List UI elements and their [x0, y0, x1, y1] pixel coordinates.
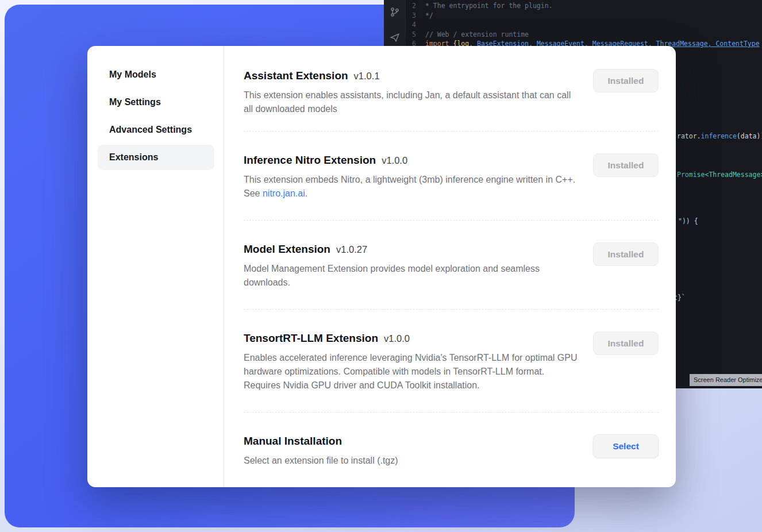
extension-description: Enables accelerated inference leveraging…	[244, 351, 579, 392]
extension-info: TensortRT-LLM Extensionv1.0.0 Enables ac…	[244, 331, 579, 392]
extension-title: Inference Nitro Extensionv1.0.0	[244, 153, 579, 167]
extension-row-model: Model Extensionv1.0.27 Model Management …	[244, 221, 659, 310]
extension-version: v1.0.27	[336, 244, 367, 255]
code-line: 4	[406, 20, 762, 30]
line-number: 2	[406, 1, 425, 11]
screen-reader-optimized-status[interactable]: Screen Reader Optimize	[690, 374, 762, 386]
extension-row-tensorrt-llm: TensortRT-LLM Extensionv1.0.0 Enables ac…	[244, 310, 659, 413]
editor-code-area: 2* The entrypoint for the plugin. 3*/ 4 …	[406, 1, 762, 49]
sidebar-item-advanced-settings[interactable]: Advanced Settings	[98, 117, 214, 142]
extension-description: Select an extension file to install (.tg…	[244, 454, 398, 468]
extension-description: Model Management Extension provides mode…	[244, 262, 579, 290]
line-number: 4	[406, 20, 425, 30]
code-line: 5// Web / extension runtime	[406, 30, 762, 40]
extension-description: This extension embeds Nitro, a lightweig…	[244, 173, 579, 201]
extension-name: Assistant Extension	[244, 70, 348, 82]
installed-button[interactable]: Installed	[593, 153, 659, 177]
extension-info: Model Extensionv1.0.27 Model Management …	[244, 242, 579, 290]
extension-title: TensortRT-LLM Extensionv1.0.0	[244, 331, 579, 345]
line-number: 3	[406, 11, 425, 21]
code-line: 2* The entrypoint for the plugin.	[406, 1, 762, 11]
code-fragment-promise-type: Promise<ThreadMessage>	[677, 171, 762, 179]
installed-button[interactable]: Installed	[593, 331, 659, 355]
code-fragment-brace: ")) {	[678, 217, 698, 225]
extension-title: Assistant Extensionv1.0.1	[244, 69, 579, 83]
line-number: 5	[406, 30, 425, 40]
extension-row-inference-nitro: Inference Nitro Extensionv1.0.0 This ext…	[244, 132, 659, 221]
select-file-button[interactable]: Select	[593, 434, 659, 458]
settings-modal: My Models My Settings Advanced Settings …	[87, 46, 676, 487]
source-control-branch-icon[interactable]	[390, 7, 400, 17]
extension-title: Manual Installation	[244, 434, 398, 448]
sidebar-item-my-models[interactable]: My Models	[98, 62, 214, 87]
extension-version: v1.0.1	[354, 71, 380, 81]
settings-sidebar: My Models My Settings Advanced Settings …	[87, 46, 224, 487]
code-fragment-inference: rator.inference(data));	[677, 132, 762, 140]
extension-version: v1.0.0	[384, 333, 410, 344]
extension-info: Assistant Extensionv1.0.1 This extension…	[244, 69, 579, 116]
extension-info: Inference Nitro Extensionv1.0.0 This ext…	[244, 153, 579, 201]
sidebar-item-my-settings[interactable]: My Settings	[98, 90, 214, 115]
description-text: .	[305, 188, 307, 198]
sidebar-item-extensions[interactable]: Extensions	[98, 145, 214, 170]
send-paper-plane-icon[interactable]	[390, 32, 400, 43]
nitro-jan-ai-link[interactable]: nitro.jan.ai	[263, 188, 305, 198]
code-line: 3*/	[406, 11, 762, 21]
extension-description: This extension enables assistants, inclu…	[244, 88, 579, 116]
installed-button[interactable]: Installed	[593, 242, 659, 266]
extensions-list: Assistant Extensionv1.0.1 This extension…	[224, 46, 676, 487]
extension-row-manual-installation: Manual Installation Select an extension …	[244, 413, 659, 487]
extension-name: Manual Installation	[244, 435, 342, 447]
extension-row-assistant: Assistant Extensionv1.0.1 This extension…	[244, 69, 659, 132]
extension-info: Manual Installation Select an extension …	[244, 434, 398, 468]
extension-version: v1.0.0	[382, 155, 407, 165]
extension-name: Inference Nitro Extension	[244, 154, 376, 166]
extension-name: Model Extension	[244, 243, 330, 255]
extension-name: TensortRT-LLM Extension	[244, 332, 378, 344]
extension-title: Model Extensionv1.0.27	[244, 242, 579, 256]
installed-button[interactable]: Installed	[593, 69, 659, 92]
